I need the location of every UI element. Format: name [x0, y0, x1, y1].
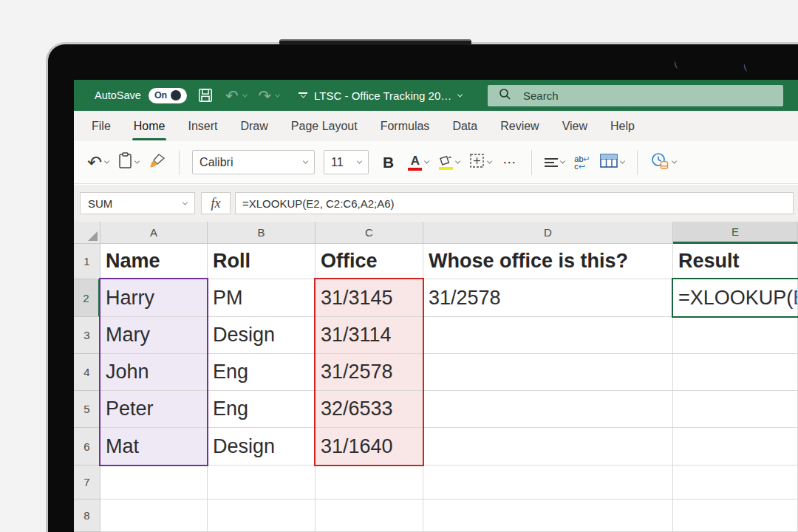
- cell-D5[interactable]: [423, 391, 673, 428]
- row-header-8[interactable]: 8: [74, 499, 100, 532]
- row-header-2[interactable]: 2: [74, 279, 100, 317]
- cell-B7[interactable]: [208, 466, 316, 499]
- save-icon[interactable]: [197, 87, 214, 103]
- cell-C5[interactable]: 32/6533: [316, 391, 423, 428]
- column-header-D[interactable]: D: [423, 222, 673, 244]
- fill-color-button[interactable]: [438, 155, 460, 170]
- cell-B4[interactable]: Eng: [208, 354, 316, 391]
- cell-A5[interactable]: Peter: [100, 391, 208, 428]
- search-placeholder: Search: [523, 89, 559, 102]
- font-size-select[interactable]: 11: [324, 150, 369, 174]
- search-input[interactable]: Search: [488, 85, 783, 106]
- borders-icon: [469, 153, 485, 171]
- undo-icon[interactable]: ↶: [225, 88, 247, 103]
- row-header-5[interactable]: 5: [74, 391, 100, 428]
- font-color-button[interactable]: A: [408, 154, 429, 171]
- column-header-E[interactable]: E: [673, 222, 798, 244]
- formula-input[interactable]: =XLOOKUP(E2, C2:C6,A2;A6): [235, 192, 794, 214]
- cell-A8[interactable]: [100, 499, 208, 532]
- ribbon-collapse-icon[interactable]: [299, 92, 307, 98]
- cell-D1[interactable]: Whose office is this?: [423, 244, 673, 279]
- row-header-4[interactable]: 4: [74, 354, 100, 391]
- font-name-select[interactable]: Calibri: [192, 150, 315, 174]
- format-painter-icon: [149, 153, 166, 172]
- cell-E4[interactable]: [673, 354, 798, 391]
- menu-insert[interactable]: Insert: [188, 120, 217, 133]
- menu-page-layout[interactable]: Page Layout: [291, 120, 358, 133]
- menu-review[interactable]: Review: [500, 120, 539, 133]
- column-header-A[interactable]: A: [100, 222, 208, 244]
- cell-A1[interactable]: Name: [100, 244, 208, 279]
- insert-function-button[interactable]: fx: [201, 192, 231, 214]
- cell-E3[interactable]: [673, 317, 798, 354]
- merge-cells-button[interactable]: [600, 154, 624, 171]
- column-header-B[interactable]: B: [208, 222, 316, 244]
- cell-A3[interactable]: Mary: [100, 317, 208, 354]
- menu-home[interactable]: Home: [134, 120, 166, 133]
- row-header-1[interactable]: 1: [74, 244, 100, 279]
- cell-C4[interactable]: 31/2578: [316, 354, 423, 391]
- cell-E7[interactable]: [673, 466, 798, 499]
- align-button[interactable]: [545, 158, 565, 167]
- cell-E6[interactable]: [673, 428, 798, 466]
- row-header-6[interactable]: 6: [74, 428, 100, 466]
- more-options-button[interactable]: ⋯: [502, 154, 517, 171]
- cell-D6[interactable]: [423, 428, 673, 466]
- align-icon: [545, 158, 558, 167]
- redo-icon[interactable]: ↷: [259, 88, 280, 103]
- menu-draw[interactable]: Draw: [240, 120, 267, 133]
- cell-B1[interactable]: Roll: [208, 244, 316, 279]
- cell-E2[interactable]: =XLOOKUP(E: [673, 279, 798, 317]
- name-box[interactable]: SUM: [80, 192, 195, 214]
- cell-B2[interactable]: PM: [208, 279, 316, 317]
- cell-D8[interactable]: [423, 499, 673, 532]
- camera-notch: [279, 39, 471, 45]
- cell-E8[interactable]: [673, 499, 798, 532]
- cell-C2[interactable]: 31/3145: [316, 279, 423, 317]
- formula-cell-reference: E: [793, 287, 798, 310]
- cell-E1[interactable]: Result: [673, 244, 798, 279]
- bold-button[interactable]: B: [383, 154, 394, 171]
- fx-icon: fx: [211, 196, 221, 211]
- cell-C1[interactable]: Office: [316, 244, 423, 279]
- cell-B6[interactable]: Design: [208, 428, 316, 466]
- select-all-corner[interactable]: [74, 222, 100, 244]
- chevron-down-icon[interactable]: [457, 92, 463, 97]
- wrap-text-button[interactable]: ab↵ c↩: [574, 155, 590, 170]
- cell-A7[interactable]: [100, 466, 208, 499]
- paste-icon: [118, 152, 132, 172]
- cell-C8[interactable]: [316, 499, 423, 532]
- menu-view[interactable]: View: [562, 120, 587, 133]
- cell-C6[interactable]: 31/1640: [316, 428, 423, 466]
- cell-A2[interactable]: Harry: [100, 279, 208, 317]
- row-header-3[interactable]: 3: [74, 317, 100, 354]
- paste-button[interactable]: [118, 152, 139, 172]
- row-header-7[interactable]: 7: [74, 466, 100, 499]
- borders-button[interactable]: [469, 153, 491, 171]
- cell-C7[interactable]: [316, 466, 423, 499]
- menu-data[interactable]: Data: [452, 120, 477, 133]
- cell-B8[interactable]: [208, 499, 316, 532]
- autosave-toggle[interactable]: On: [149, 88, 187, 103]
- menu-file[interactable]: File: [92, 120, 111, 133]
- cell-D2[interactable]: 31/2578: [423, 279, 673, 317]
- undo-button[interactable]: ↶: [87, 154, 109, 171]
- menu-help[interactable]: Help: [610, 120, 635, 133]
- menu-formulas[interactable]: Formulas: [381, 120, 430, 133]
- cell-D3[interactable]: [423, 317, 673, 354]
- cell-D4[interactable]: [423, 354, 673, 391]
- cell-B5[interactable]: Eng: [208, 391, 316, 428]
- column-header-C[interactable]: C: [316, 222, 423, 244]
- cell-E5[interactable]: [673, 391, 798, 428]
- select-all-icon: [88, 231, 98, 241]
- format-painter-button[interactable]: [149, 153, 166, 172]
- cell-C3[interactable]: 31/3114: [316, 317, 423, 354]
- search-icon: [499, 88, 511, 103]
- number-format-button[interactable]: [650, 152, 676, 173]
- cell-B3[interactable]: Design: [208, 317, 316, 354]
- cell-A6[interactable]: Mat: [100, 428, 208, 466]
- cell-A4[interactable]: John: [100, 354, 208, 391]
- number-format-icon: [650, 152, 669, 173]
- cell-D7[interactable]: [423, 466, 673, 499]
- document-title[interactable]: LTSC - Office Tracking 20…: [314, 89, 451, 102]
